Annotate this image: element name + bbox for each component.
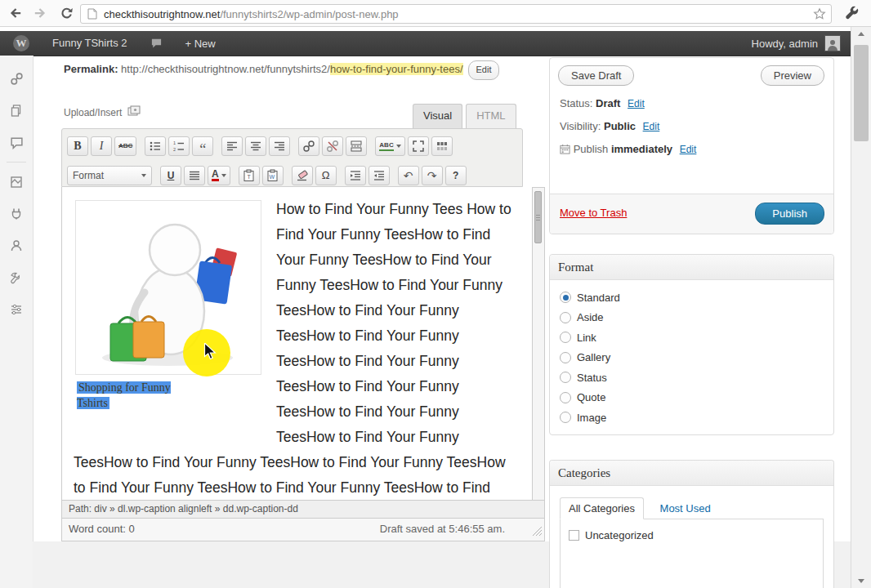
editor-scrollbar[interactable] <box>533 187 545 501</box>
sidebar-item-plugins[interactable] <box>0 198 33 229</box>
align-left-button[interactable] <box>221 136 243 156</box>
permalink-edit-button[interactable]: Edit <box>468 60 500 80</box>
blockquote-button[interactable]: “ <box>192 136 213 156</box>
help-button[interactable]: ? <box>445 166 467 185</box>
browser-scrollbar[interactable] <box>851 27 871 588</box>
outdent-button[interactable] <box>345 166 366 185</box>
refresh-icon <box>60 7 74 20</box>
format-option[interactable]: Gallery <box>560 348 824 368</box>
add-media-button[interactable] <box>127 105 141 119</box>
format-option[interactable]: Link <box>560 327 824 348</box>
underline-icon: U <box>168 170 175 181</box>
admin-bar-comments-button[interactable] <box>139 31 174 56</box>
format-option[interactable]: Standard <box>560 287 824 308</box>
format-option[interactable]: Quote <box>560 388 824 408</box>
add-media-icon <box>127 105 141 117</box>
checkbox-icon[interactable] <box>569 530 579 541</box>
spellcheck-button[interactable]: ABC <box>375 136 404 156</box>
tab-most-used[interactable]: Most Used <box>660 502 711 514</box>
tab-html[interactable]: HTML <box>466 104 516 128</box>
back-arrow-icon <box>8 6 23 20</box>
word-count: Word count: 0 <box>69 519 135 540</box>
howdy-text[interactable]: Howdy, admin <box>752 38 818 50</box>
strikethrough-button[interactable]: ABC <box>114 136 136 156</box>
url-bar[interactable]: checkthisoutrightnow.net/funnytshirts2/w… <box>80 4 832 24</box>
sidebar-item-settings[interactable] <box>0 293 33 325</box>
post-image[interactable] <box>75 200 261 375</box>
align-right-button[interactable] <box>269 136 290 156</box>
sidebar-item-tools[interactable] <box>0 261 33 293</box>
special-character-button[interactable]: Ω <box>315 166 337 185</box>
image-caption-block[interactable]: Shopping for Funny Tshirts <box>75 200 261 411</box>
kitchen-sink-button[interactable] <box>431 136 453 156</box>
format-option[interactable]: Status <box>560 368 824 388</box>
scrollbar-down-button[interactable] <box>851 574 871 588</box>
redo-button[interactable]: ↷ <box>422 166 443 185</box>
bookmark-star-button[interactable] <box>813 7 826 23</box>
bold-button[interactable]: B <box>67 136 88 156</box>
sidebar-item-links[interactable] <box>0 63 33 95</box>
back-button[interactable] <box>5 3 26 23</box>
image-caption-selected-text[interactable]: Shopping for Funny Tshirts <box>77 381 171 409</box>
editor-mode-tabs: Visual HTML <box>413 104 516 128</box>
sidebar-item-pages[interactable] <box>0 95 33 127</box>
tab-visual[interactable]: Visual <box>413 104 462 128</box>
scrollbar-thumb[interactable] <box>854 45 869 141</box>
sidebar-item-comments[interactable] <box>0 127 33 158</box>
editor-resize-handle[interactable] <box>529 523 543 539</box>
publish-rows: Status: Draft Edit Visibility: Public Ed… <box>560 92 696 161</box>
radio-icon[interactable] <box>560 352 571 363</box>
radio-icon[interactable] <box>560 292 571 303</box>
forward-button[interactable] <box>29 3 51 23</box>
text-color-button[interactable]: A <box>208 166 230 185</box>
publish-button[interactable]: Publish <box>755 203 824 225</box>
admin-bar-site-name[interactable]: Funny TShirts 2 <box>41 31 139 56</box>
status-row: Status: Draft Edit <box>560 92 696 115</box>
radio-icon[interactable] <box>560 412 571 423</box>
move-to-trash-link[interactable]: Move to Trash <box>560 207 627 219</box>
remove-formatting-button[interactable] <box>292 166 313 185</box>
numbered-list-button[interactable]: 12 <box>168 136 190 156</box>
unlink-button[interactable] <box>322 136 343 156</box>
radio-icon[interactable] <box>560 392 571 403</box>
sidebar-item-users[interactable] <box>0 229 33 261</box>
fullscreen-button[interactable] <box>408 136 429 156</box>
avatar[interactable] <box>824 35 841 51</box>
radio-icon[interactable] <box>560 372 571 383</box>
radio-icon[interactable] <box>560 332 571 343</box>
admin-bar-new-button[interactable]: + New <box>174 31 227 56</box>
visibility-edit-link[interactable]: Edit <box>643 121 660 132</box>
browser-menu-button[interactable] <box>845 6 860 23</box>
radio-icon[interactable] <box>560 312 571 323</box>
undo-button[interactable]: ↶ <box>398 166 419 185</box>
save-draft-button[interactable]: Save Draft <box>558 65 634 86</box>
categories-box-title[interactable]: Categories <box>550 461 833 486</box>
sidebar-item-appearance[interactable] <box>0 166 33 198</box>
format-option[interactable]: Aside <box>560 308 824 328</box>
justify-button[interactable] <box>184 166 205 185</box>
preview-button[interactable]: Preview <box>761 65 824 86</box>
align-center-button[interactable] <box>245 136 266 156</box>
status-edit-link[interactable]: Edit <box>628 98 645 109</box>
editor-content[interactable]: Shopping for Funny Tshirts How to Find Y… <box>61 187 533 501</box>
scrollbar-up-button[interactable] <box>851 27 871 41</box>
tab-all-categories[interactable]: All Categories <box>560 497 644 519</box>
format-select[interactable]: Format <box>67 166 152 185</box>
indent-button[interactable] <box>368 166 390 185</box>
schedule-edit-link[interactable]: Edit <box>680 144 697 155</box>
format-option[interactable]: Image <box>560 408 824 428</box>
bulleted-list-button[interactable] <box>145 136 166 156</box>
comments-icon <box>10 136 24 149</box>
refresh-button[interactable] <box>56 3 77 23</box>
underline-button[interactable]: U <box>160 166 181 185</box>
category-item[interactable]: Uncategorized <box>569 529 815 541</box>
editor-scrollbar-thumb[interactable] <box>534 191 542 243</box>
paste-as-text-button[interactable]: T <box>239 166 260 185</box>
italic-button[interactable]: I <box>91 136 112 156</box>
more-tag-button[interactable] <box>346 136 367 156</box>
insert-link-button[interactable] <box>298 136 319 156</box>
paste-from-word-button[interactable]: W <box>262 166 284 185</box>
tools-icon <box>10 271 23 284</box>
format-box-title[interactable]: Format <box>550 255 833 280</box>
wordpress-logo-icon[interactable]: W <box>13 35 29 51</box>
